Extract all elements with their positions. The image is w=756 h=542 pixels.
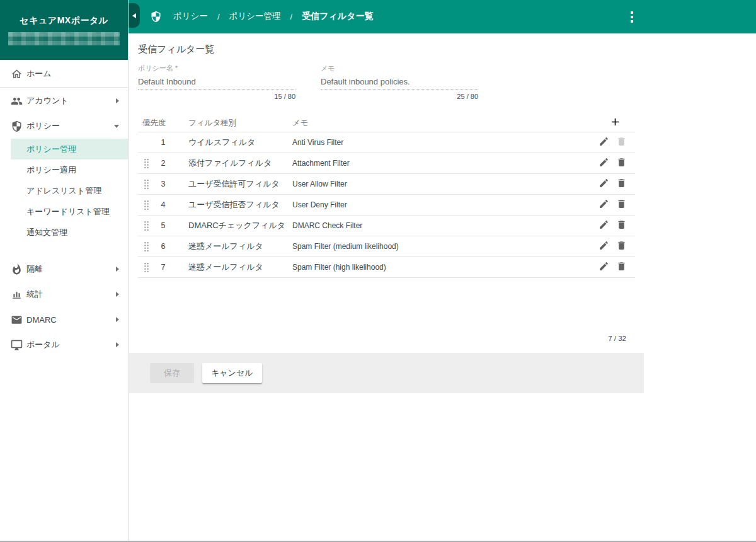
delete-button[interactable] [612, 196, 630, 214]
sidebar: セキュアMXポータル ホームアカウントポリシーポリシー管理ポリシー適用アドレスリ… [0, 0, 129, 542]
collapse-arrow-icon [132, 13, 136, 18]
policy-fields: ポリシー名 * Default Inbound 15 / 80 メモ Defau… [138, 64, 635, 100]
memo-cell: Spam Filter (medium likelihood) [287, 242, 595, 251]
quarantine-flame-icon [10, 263, 23, 275]
sidebar-item-quarantine[interactable]: 隔離 [0, 257, 128, 282]
edit-button[interactable] [595, 238, 612, 255]
delete-button[interactable] [612, 217, 630, 234]
edit-pencil-icon [598, 136, 609, 149]
appbar: ポリシー / ポリシー管理 / 受信フィルター覧 [129, 0, 756, 33]
delete-trash-icon [616, 240, 627, 253]
edit-button[interactable] [595, 258, 612, 276]
chevron-right-icon [116, 317, 119, 322]
save-button[interactable]: 保存 [150, 363, 194, 383]
stats-chart-icon [10, 288, 23, 301]
memo-cell: Spam Filter (high likelihood) [287, 263, 595, 272]
delete-button[interactable] [612, 134, 630, 151]
edit-button[interactable] [595, 134, 612, 151]
sidebar-item-policy[interactable]: ポリシー [0, 113, 128, 139]
edit-button[interactable] [595, 196, 612, 214]
drag-handle-icon[interactable] [138, 158, 149, 169]
sidebar-divider [0, 87, 128, 88]
drag-handle-icon[interactable] [138, 241, 149, 252]
drag-handle-icon[interactable] [138, 262, 149, 273]
drag-handle-icon[interactable] [138, 179, 149, 190]
sidebar-item-dmarc[interactable]: DMARC [0, 307, 128, 332]
delete-button[interactable] [612, 238, 630, 255]
memo-cell: DMARC Check Filter [287, 221, 595, 230]
row-actions [595, 217, 635, 234]
chevron-right-icon [116, 267, 119, 272]
sidebar-item-label: ポータル [26, 339, 60, 350]
main-content: 受信フィルター覧 ポリシー名 * Default Inbound 15 / 80… [129, 33, 644, 393]
delete-button[interactable] [612, 154, 630, 172]
priority-cell: 7 [149, 263, 177, 272]
drag-handle-icon[interactable] [138, 200, 149, 210]
filter-count: 7 / 32 [138, 335, 635, 342]
filter-type-cell: ウイルスフィルタ [177, 137, 287, 148]
kebab-menu-icon[interactable] [626, 9, 638, 25]
policy-name-input[interactable]: Default Inbound [138, 73, 295, 90]
sidebar-collapse-button[interactable] [129, 3, 140, 28]
memo-label: メモ [321, 64, 478, 73]
policy-name-label: ポリシー名 * [138, 64, 295, 73]
sidebar-item-policy-apply[interactable]: ポリシー適用 [0, 159, 128, 180]
delete-trash-icon [616, 157, 627, 170]
chevron-right-icon [116, 98, 119, 103]
sidebar-item-home[interactable]: ホーム [0, 61, 128, 86]
filter-row: 1ウイルスフィルタAnti Virus Filter [138, 132, 635, 153]
edit-pencil-icon [598, 199, 609, 211]
memo-input[interactable]: Default inbound policies. [321, 73, 478, 90]
sidebar-item-notification-management[interactable]: 通知文管理 [0, 222, 128, 243]
sidebar-item-label: DMARC [26, 315, 57, 325]
sidebar-item-label: キーワードリスト管理 [26, 206, 110, 217]
filter-table-body: 1ウイルスフィルタAnti Virus Filter2添付ファイルフィルタAtt… [138, 132, 635, 278]
delete-trash-icon [616, 136, 627, 149]
cancel-button[interactable]: キャンセル [202, 363, 262, 383]
filter-row: 7迷惑メールフィルタSpam Filter (high likelihood) [138, 257, 635, 278]
chevron-down-icon [114, 125, 119, 128]
memo-cell: User Deny Filter [287, 200, 595, 209]
policy-name-char-counter: 15 / 80 [138, 93, 295, 100]
filter-type-cell: 迷惑メールフィルタ [177, 262, 287, 273]
sidebar-item-portal[interactable]: ポータル [0, 332, 128, 357]
add-filter-button[interactable] [605, 113, 624, 132]
edit-button[interactable] [595, 154, 612, 172]
drag-handle-icon[interactable] [138, 221, 149, 231]
breadcrumb: ポリシー / ポリシー管理 / 受信フィルター覧 [173, 11, 373, 22]
sidebar-nav: ホームアカウントポリシーポリシー管理ポリシー適用アドレスリスト管理キーワードリス… [0, 60, 128, 357]
column-header-memo: メモ [287, 118, 595, 129]
sidebar-item-accounts[interactable]: アカウント [0, 88, 128, 113]
edit-pencil-icon [598, 219, 609, 232]
filter-row: 6迷惑メールフィルタSpam Filter (medium likelihood… [138, 236, 635, 257]
sidebar-item-label: 統計 [26, 289, 43, 300]
priority-cell: 5 [149, 221, 177, 230]
filter-type-cell: DMARCチェックフィルタ [177, 220, 287, 231]
delete-button[interactable] [612, 258, 630, 276]
breadcrumb-item-policy[interactable]: ポリシー [173, 11, 208, 22]
memo-char-counter: 25 / 80 [321, 93, 478, 100]
filter-table: 優先度 フィルタ種別 メモ 1ウイルスフィルタAnti Virus Filter… [138, 113, 635, 278]
filter-type-cell: 迷惑メールフィルタ [177, 241, 287, 252]
filter-row: 3ユーザ受信許可フィルタUser Allow Filter [138, 174, 635, 195]
account-id-redacted [8, 32, 120, 45]
edit-pencil-icon [598, 240, 609, 253]
sidebar-item-policy-management[interactable]: ポリシー管理 [11, 139, 128, 159]
sidebar-item-label: 隔離 [26, 263, 43, 275]
sidebar-header: セキュアMXポータル [0, 0, 128, 60]
sidebar-item-address-list-management[interactable]: アドレスリスト管理 [0, 180, 128, 201]
filter-table-header: 優先度 フィルタ種別 メモ [138, 113, 635, 132]
breadcrumb-item-policy-management[interactable]: ポリシー管理 [229, 11, 281, 22]
sidebar-item-label: アドレスリスト管理 [26, 185, 101, 197]
edit-button[interactable] [595, 175, 612, 193]
policy-shield-icon [10, 120, 23, 132]
sidebar-item-stats[interactable]: 統計 [0, 282, 128, 307]
sidebar-item-keyword-list-management[interactable]: キーワードリスト管理 [0, 201, 128, 222]
edit-button[interactable] [595, 217, 612, 234]
memo-field: メモ Default inbound policies. 25 / 80 [321, 64, 478, 100]
delete-button[interactable] [612, 175, 630, 193]
row-actions [595, 134, 635, 151]
sidebar-item-label: ホーム [26, 68, 52, 79]
sidebar-item-label: アカウント [26, 95, 69, 107]
memo-cell: User Allow Filter [287, 180, 595, 188]
